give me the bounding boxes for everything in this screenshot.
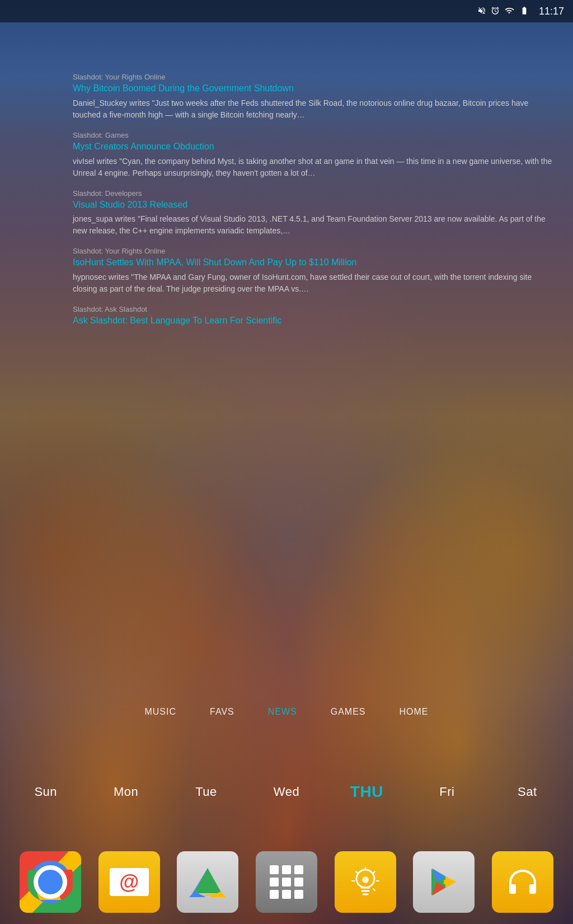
news-feed: Slashdot: Your Rights Online Why Bitcoin… xyxy=(73,73,556,337)
drive-icon xyxy=(188,862,227,902)
svg-rect-17 xyxy=(509,884,516,894)
news-body: Daniel_Stuckey writes "Just two weeks af… xyxy=(73,97,556,121)
mute-icon xyxy=(477,6,486,17)
status-bar: 11:17 xyxy=(0,0,573,22)
apps-grid-icon xyxy=(267,863,306,901)
day-tue[interactable]: Tue xyxy=(173,785,240,799)
news-body: jones_supa writes "Final releases of Vis… xyxy=(73,213,556,237)
gmail-icon xyxy=(110,868,149,896)
app-play-store[interactable] xyxy=(413,851,475,913)
news-item[interactable]: Slashdot: Your Rights Online IsoHunt Set… xyxy=(73,247,556,295)
tab-favs[interactable]: FAVS xyxy=(210,707,234,717)
news-source: Slashdot: Games xyxy=(73,131,556,139)
tab-news[interactable]: NEWS xyxy=(268,707,297,717)
app-dock xyxy=(0,851,573,913)
news-source: Slashdot: Ask Slashdot xyxy=(73,305,556,313)
alarm-icon xyxy=(491,6,500,17)
svg-rect-18 xyxy=(529,884,536,894)
app-flashlight[interactable] xyxy=(335,851,396,913)
status-time: 11:17 xyxy=(539,6,564,17)
play-store-icon xyxy=(426,864,462,900)
news-item[interactable]: Slashdot: Games Myst Creators Announce O… xyxy=(73,131,556,179)
status-icons: 11:17 xyxy=(477,6,564,17)
app-launcher[interactable] xyxy=(256,851,317,913)
day-fri[interactable]: Fri xyxy=(414,785,481,799)
news-title[interactable]: Visual Studio 2013 Released xyxy=(73,199,556,211)
news-item[interactable]: Slashdot: Your Rights Online Why Bitcoin… xyxy=(73,73,556,121)
news-title[interactable]: Ask Slashdot: Best Language To Learn For… xyxy=(73,315,556,327)
svg-point-1 xyxy=(41,873,59,891)
day-wed[interactable]: Wed xyxy=(253,785,320,799)
chrome-icon xyxy=(28,860,73,904)
app-drive[interactable] xyxy=(177,851,238,913)
nav-tabs: MUSIC FAVS NEWS GAMES HOME xyxy=(0,707,573,717)
tab-music[interactable]: MUSIC xyxy=(144,707,176,717)
news-body: hypnosec writes "The MPAA and Gary Fung,… xyxy=(73,271,556,295)
lightbulb-icon xyxy=(347,864,383,900)
svg-marker-8 xyxy=(195,869,220,892)
day-strip: Sun Mon Tue Wed THU Fri Sat xyxy=(0,783,573,801)
day-thu[interactable]: THU xyxy=(333,783,400,801)
app-chrome[interactable] xyxy=(20,851,81,913)
news-title[interactable]: IsoHunt Settles With MPAA, Will Shut Dow… xyxy=(73,257,556,269)
news-source: Slashdot: Developers xyxy=(73,189,556,198)
headphones-icon xyxy=(505,864,541,900)
news-body: vivIsel writes "Cyan, the company behind… xyxy=(73,156,556,179)
news-source: Slashdot: Your Rights Online xyxy=(73,73,556,81)
news-title[interactable]: Why Bitcoin Boomed During the Government… xyxy=(73,83,556,95)
tab-home[interactable]: HOME xyxy=(400,707,429,717)
svg-point-12 xyxy=(362,876,369,883)
news-source: Slashdot: Your Rights Online xyxy=(73,247,556,255)
app-gmail[interactable] xyxy=(98,851,160,913)
news-item[interactable]: Slashdot: Ask Slashdot Ask Slashdot: Bes… xyxy=(73,305,556,327)
app-headphones[interactable] xyxy=(492,851,553,913)
svg-point-2 xyxy=(44,875,57,889)
day-mon[interactable]: Mon xyxy=(92,785,159,799)
news-item[interactable]: Slashdot: Developers Visual Studio 2013 … xyxy=(73,189,556,237)
battery-icon xyxy=(519,6,530,17)
day-sun[interactable]: Sun xyxy=(12,785,79,799)
day-sat[interactable]: Sat xyxy=(494,785,561,799)
tab-games[interactable]: GAMES xyxy=(331,707,366,717)
news-title[interactable]: Myst Creators Announce Obduction xyxy=(73,141,556,153)
wifi-icon xyxy=(504,6,514,17)
